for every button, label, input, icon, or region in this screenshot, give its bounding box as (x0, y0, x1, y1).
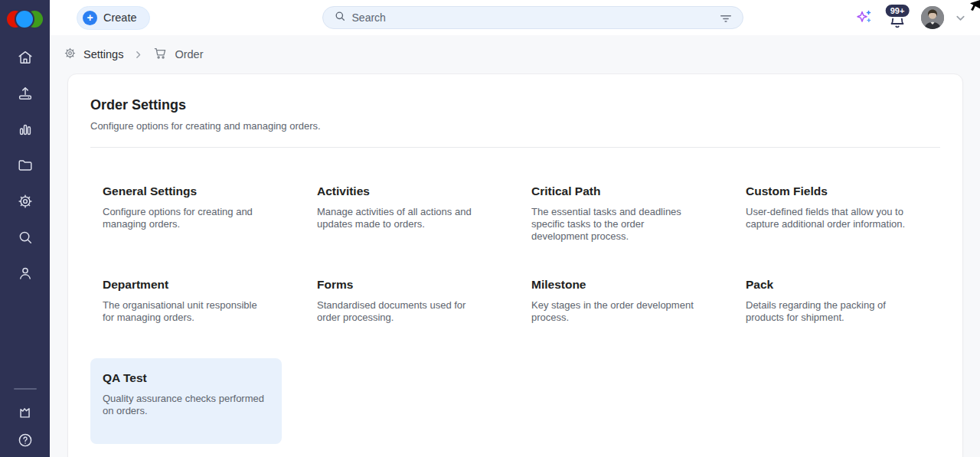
avatar[interactable] (921, 6, 944, 29)
tile-custom-fields[interactable]: Custom Fields User-defined fields that a… (733, 171, 925, 257)
gear-icon (64, 47, 77, 63)
tile-critical-path[interactable]: Critical Path The essential tasks and de… (519, 171, 710, 257)
tile-description: Configure options for creating and manag… (103, 206, 270, 230)
topbar: + Create Search 99+ (50, 0, 980, 35)
chevron-right-icon (133, 50, 143, 60)
sidebar-item-analytics[interactable] (0, 113, 50, 149)
folder-icon (17, 157, 34, 177)
sidebar-item-factory[interactable] (0, 404, 50, 423)
help-icon (17, 432, 34, 452)
breadcrumb-order-label: Order (175, 48, 203, 60)
sidebar-nav (0, 41, 50, 292)
tile-description: Key stages in the order development proc… (531, 299, 698, 324)
upload-icon (17, 85, 34, 105)
create-button-label: Create (103, 11, 137, 24)
tile-description: User-defined fields that allow you to ca… (746, 206, 913, 230)
filter-icon[interactable] (720, 13, 732, 23)
sidebar-item-help[interactable] (0, 433, 50, 451)
sidebar-item-search[interactable] (0, 220, 50, 256)
content-area: Settings Order Order Settings Configure … (50, 35, 980, 457)
tile-milestone[interactable]: Milestone Key stages in the order develo… (519, 265, 710, 351)
tile-description: Standardised documents used for order pr… (317, 299, 484, 324)
divider (90, 147, 940, 148)
gear-icon (17, 193, 34, 213)
notification-badge: 99+ (884, 3, 911, 18)
tile-description: Details regarding the packing of product… (746, 299, 913, 324)
sidebar (0, 0, 50, 457)
page-title: Order Settings (90, 97, 940, 113)
topbar-right: 99+ (855, 3, 966, 32)
home-icon (17, 49, 34, 69)
sidebar-divider (14, 388, 37, 390)
breadcrumb-settings-label: Settings (83, 48, 123, 60)
ai-sparkle-icon[interactable] (855, 8, 874, 27)
avatar-image (921, 6, 944, 29)
search-input[interactable]: Search (322, 6, 743, 29)
analytics-icon (17, 121, 34, 141)
logo-blue-circle (16, 11, 33, 28)
tile-title: Pack (746, 278, 913, 292)
tile-description: Manage activities of all actions and upd… (317, 206, 484, 230)
tile-general-settings[interactable]: General Settings Configure options for c… (90, 171, 282, 257)
tile-forms[interactable]: Forms Standardised documents used for or… (305, 265, 496, 351)
app-logo[interactable] (7, 11, 44, 28)
sidebar-item-folder[interactable] (0, 149, 50, 184)
settings-grid: General Settings Configure options for c… (90, 171, 940, 444)
tile-description: Quality assurance checks performed on or… (103, 393, 270, 417)
notifications-button[interactable]: 99+ (884, 3, 910, 32)
app-window: + Create Search 99+ (0, 0, 980, 457)
search-icon (334, 10, 346, 25)
plus-icon: + (83, 11, 97, 25)
sidebar-item-settings[interactable] (0, 184, 50, 220)
tile-title: Milestone (531, 278, 698, 292)
tile-description: The essential tasks and deadlines specif… (531, 206, 698, 243)
page-subtitle: Configure options for creating and manag… (90, 120, 940, 132)
sidebar-item-home[interactable] (0, 41, 50, 77)
breadcrumb-settings[interactable]: Settings (64, 47, 123, 63)
tile-activities[interactable]: Activities Manage activities of all acti… (305, 171, 496, 257)
search-placeholder: Search (352, 11, 386, 24)
tile-title: Custom Fields (746, 184, 913, 198)
factory-icon (17, 403, 34, 423)
tile-title: Activities (317, 184, 484, 198)
breadcrumb-order[interactable]: Order (153, 46, 203, 64)
tile-pack[interactable]: Pack Details regarding the packing of pr… (733, 265, 925, 351)
tile-department[interactable]: Department The organisational unit respo… (90, 265, 282, 351)
create-button[interactable]: + Create (77, 6, 150, 30)
breadcrumb: Settings Order (50, 35, 980, 73)
cart-icon (153, 46, 168, 64)
chevron-down-icon[interactable] (955, 12, 966, 24)
user-icon (17, 265, 34, 285)
tile-title: Forms (317, 278, 484, 292)
tile-title: Department (103, 278, 270, 292)
tile-description: The organisational unit responsible for … (103, 299, 270, 324)
order-settings-card: Order Settings Configure options for cre… (67, 73, 963, 457)
search-icon (17, 229, 34, 249)
tile-qa-test[interactable]: QA Test Quality assurance checks perform… (90, 358, 282, 444)
sidebar-item-user[interactable] (0, 256, 50, 292)
tile-title: Critical Path (531, 184, 698, 198)
sidebar-bottom (0, 388, 50, 451)
tile-title: General Settings (103, 184, 270, 198)
sidebar-item-upload[interactable] (0, 77, 50, 113)
tile-title: QA Test (103, 371, 270, 385)
